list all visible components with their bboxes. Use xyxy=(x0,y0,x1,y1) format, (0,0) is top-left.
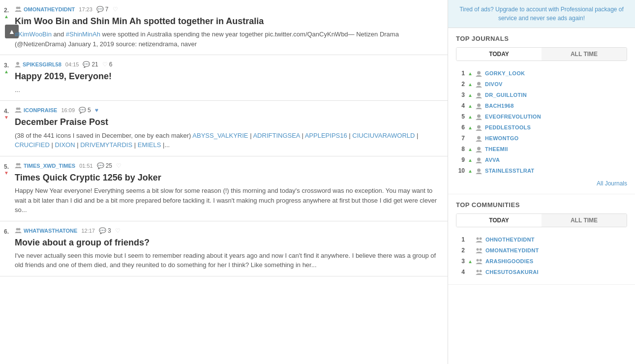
journals-rank-list: 1 ▲ GORKY_LOOK 2 ▲ DIVOV 3 ▲ DR_GUILLOTI… xyxy=(456,68,627,176)
rank-item: 8 ▲ THEEMII xyxy=(456,144,627,154)
heart-stat: ♥ xyxy=(95,107,98,114)
rank-item: 6 ▲ PEDDLESTOOLS xyxy=(456,122,627,133)
rank-username[interactable]: DR_GUILLOTIN xyxy=(485,92,527,98)
rank-username[interactable]: AVVA xyxy=(485,157,500,163)
author-name[interactable]: TIMES_XWD_TIMES xyxy=(24,163,75,169)
post-author[interactable]: TIMES_XWD_TIMES xyxy=(15,162,75,169)
journals-tab-alltime[interactable]: ALL TIME xyxy=(542,48,627,61)
rank-username[interactable]: EVEOFREVOLUTION xyxy=(485,114,541,120)
user-link[interactable]: DRIVEMYTARDIS xyxy=(80,141,132,149)
rank-username[interactable]: DIVOV xyxy=(485,81,503,87)
communities-tab-alltime[interactable]: ALL TIME xyxy=(542,214,627,227)
post-title[interactable]: Movie about a group of friends? xyxy=(15,237,440,248)
user-link[interactable]: EMIELS xyxy=(138,141,161,149)
post-author[interactable]: WHATWASTHATONE xyxy=(15,227,77,234)
community-icon xyxy=(476,247,483,253)
rank-number: 1 xyxy=(456,236,465,243)
author-name[interactable]: OMONATHEYDIDNT xyxy=(24,6,75,12)
communities-rank-list: 1 ▲ OHNOTHEYDIDNT 2 ▲ OMONATHEYDIDNT xyxy=(456,234,627,277)
rank-arrow-up-icon: ▲ xyxy=(468,92,473,98)
journals-tab-group: TODAY ALL TIME xyxy=(456,47,627,61)
post-title[interactable]: Kim Woo Bin and Shin Min Ah spotted toge… xyxy=(15,16,440,27)
rank-community-name[interactable]: CHESUTOSAKURAI xyxy=(485,269,539,275)
post-item: 2. ▲ OMONATHEYDIDNT 17:23 💬 7 ♡ Kim Woo … xyxy=(0,0,448,55)
hashtag-link[interactable]: #ShinMinAh xyxy=(66,30,100,38)
user-avatar-icon xyxy=(476,70,482,77)
rank-number: 10 xyxy=(456,167,465,174)
user-link[interactable]: DIXON xyxy=(55,141,75,149)
svg-point-4 xyxy=(18,108,21,110)
rank-arrow-up-icon: ▲ xyxy=(468,82,473,87)
rank-username[interactable]: STAINLESSTLRAT xyxy=(485,168,534,174)
rank-number: 2 xyxy=(456,247,465,254)
post-arrow-down-icon: ▼ xyxy=(4,115,9,120)
comment-stat: 💬 5 xyxy=(79,107,91,114)
ad-banner[interactable]: Tired of ads? Upgrade to account with Pr… xyxy=(448,0,635,28)
rank-username[interactable]: PEDDLESTOOLS xyxy=(485,124,531,130)
heart-icon: ♡ xyxy=(102,61,108,68)
hashtag-link[interactable]: #KimWooBin xyxy=(15,30,52,38)
rank-number: 6 xyxy=(456,124,465,131)
rank-arrow-up-icon: ▲ xyxy=(468,168,473,174)
community-icon xyxy=(476,237,483,243)
rank-number: 7 xyxy=(456,135,465,142)
user-link[interactable]: ABYSS_VALKYRIE xyxy=(192,132,248,139)
main-feed: 2. ▲ OMONATHEYDIDNT 17:23 💬 7 ♡ Kim Woo … xyxy=(0,0,448,364)
heart-stat: ♡ xyxy=(115,227,121,234)
user-link[interactable]: CIUCIUVARAWORLD xyxy=(352,132,415,139)
all-journals-link[interactable]: All Journals xyxy=(456,180,627,187)
rank-item: 9 ▲ AVVA xyxy=(456,154,627,165)
post-meta: WHATWASTHATONE 12:17 💬 3 ♡ xyxy=(15,227,440,234)
heart-stat: ♡ xyxy=(116,162,121,169)
svg-point-23 xyxy=(477,259,479,262)
comment-stat: 💬 3 xyxy=(99,227,111,234)
rank-community-name[interactable]: OMONATHEYDIDNT xyxy=(485,247,539,253)
rank-community-name[interactable]: OHNOTHEYDIDNT xyxy=(485,237,535,243)
rank-item: 3 ▲ ARASHIGOODIES xyxy=(456,256,627,267)
rank-number: 1 xyxy=(456,70,465,77)
svg-point-8 xyxy=(18,228,21,230)
journals-tab-today[interactable]: TODAY xyxy=(456,48,542,61)
post-time: 17:23 xyxy=(79,6,92,12)
post-author[interactable]: ICONPRAISE xyxy=(15,107,57,114)
post-number: 5. xyxy=(4,163,9,170)
comment-icon: 💬 xyxy=(83,61,90,68)
svg-point-16 xyxy=(477,147,481,150)
rank-community-name[interactable]: ARASHIGOODIES xyxy=(485,258,533,264)
svg-point-20 xyxy=(480,238,482,240)
rank-item: 4 ▲ CHESUTOSAKURAI xyxy=(456,267,627,277)
post-title[interactable]: December Praise Post xyxy=(15,117,440,128)
author-name[interactable]: SPIKESGIRL58 xyxy=(23,61,61,67)
post-body: #KimWooBin and #ShinMinAh were spotted i… xyxy=(15,30,440,49)
rank-item: 5 ▲ EVEOFREVOLUTION xyxy=(456,111,627,122)
author-name[interactable]: WHATWASTHATONE xyxy=(24,228,77,234)
post-author[interactable]: SPIKESGIRL58 xyxy=(15,61,61,67)
communities-tab-today[interactable]: TODAY xyxy=(456,214,542,227)
post-item: 4. ▼ ICONPRAISE 16:09 💬 5 ♥ December Pra… xyxy=(0,101,448,156)
user-link[interactable]: APPLEPIPS16 xyxy=(305,132,347,139)
svg-point-2 xyxy=(16,62,19,65)
svg-point-18 xyxy=(477,168,481,172)
post-author[interactable]: OMONATHEYDIDNT xyxy=(15,6,75,13)
user-link[interactable]: CRUCIFIED xyxy=(15,141,50,149)
user-avatar-icon xyxy=(476,81,482,88)
rank-username[interactable]: HEWONTGO xyxy=(485,135,518,141)
rank-username[interactable]: BACH1968 xyxy=(485,103,514,109)
author-name[interactable]: ICONPRAISE xyxy=(24,107,57,113)
post-title[interactable]: Times Quick Cryptic 1256 by Joker xyxy=(15,172,440,183)
user-link[interactable]: ADRIFTINGSEA xyxy=(253,132,300,139)
rank-arrow-none-icon: ▲ xyxy=(468,270,473,275)
comment-count: 21 xyxy=(91,61,98,68)
rank-number: 9 xyxy=(456,156,465,163)
post-time: 04:15 xyxy=(65,61,79,67)
rank-username[interactable]: THEEMII xyxy=(485,146,508,152)
rank-item: 2 ▲ DIVOV xyxy=(456,79,627,90)
svg-point-13 xyxy=(477,114,481,118)
user-avatar-icon xyxy=(476,114,482,120)
heart-icon: ♡ xyxy=(115,227,121,234)
post-title[interactable]: Happy 2019, Everyone! xyxy=(15,71,440,82)
post-meta: SPIKESGIRL58 04:15 💬 21 ♡ 6 xyxy=(15,61,440,68)
rank-username[interactable]: GORKY_LOOK xyxy=(485,70,525,76)
heart-stat: ♡ xyxy=(113,6,118,13)
comment-icon: 💬 xyxy=(97,162,104,169)
